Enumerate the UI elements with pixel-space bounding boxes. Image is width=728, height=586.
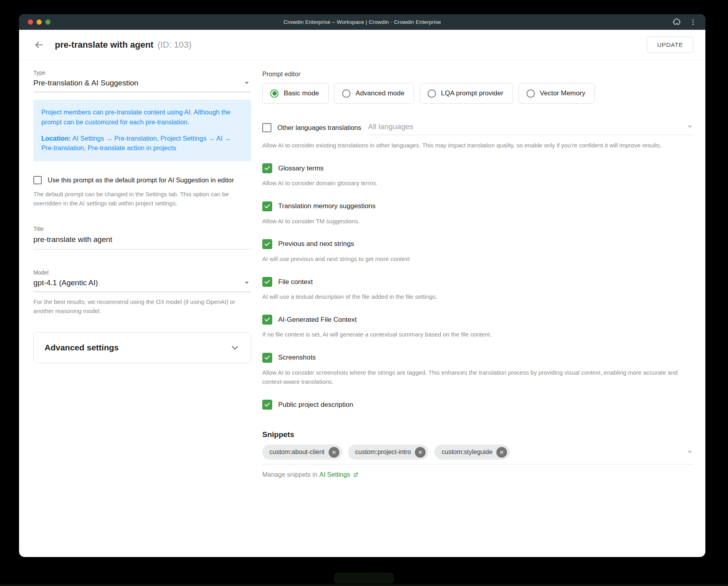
model-field-label: Model bbox=[33, 269, 251, 276]
checkbox-label: Previous and next strings bbox=[278, 240, 354, 248]
snippet-chip-label: custom:project-intro bbox=[355, 449, 411, 456]
checkbox-label: Translation memory suggestions bbox=[278, 202, 376, 210]
advanced-settings-label: Advanced settings bbox=[45, 343, 119, 352]
page-header: pre-translate with agent (ID: 103) UPDAT… bbox=[19, 30, 705, 60]
all-languages-select[interactable]: All languages bbox=[368, 122, 693, 135]
kebab-menu-icon[interactable] bbox=[689, 18, 697, 27]
checkbox-label: Public project description bbox=[278, 401, 353, 409]
checkbox-checked-icon[interactable] bbox=[262, 277, 272, 287]
option-ai-generated-file-context: AI-Generated File Context If no file con… bbox=[262, 315, 693, 339]
default-prompt-checkbox-label: Use this prompt as the default prompt fo… bbox=[48, 176, 234, 184]
maximize-window-button[interactable] bbox=[45, 19, 50, 25]
chevron-down-icon bbox=[245, 282, 249, 284]
type-select[interactable]: Pre-translation & AI Suggestion bbox=[33, 76, 251, 92]
mode-label: Advanced mode bbox=[356, 89, 405, 97]
update-button[interactable]: UPDATE bbox=[647, 37, 693, 53]
option-help-text: Allow AI to consider TM suggestions. bbox=[262, 217, 693, 226]
checkbox-row[interactable]: Translation memory suggestions bbox=[262, 201, 693, 211]
other-languages-checkbox-row[interactable]: Other languages translations bbox=[262, 123, 361, 135]
chevron-down-icon bbox=[245, 82, 249, 84]
option-screenshots: Screenshots Allow AI to consider screens… bbox=[262, 353, 693, 387]
checkbox-checked-icon[interactable] bbox=[262, 163, 272, 173]
type-select-value: Pre-translation & AI Suggestion bbox=[33, 79, 138, 87]
other-languages-label: Other languages translations bbox=[277, 124, 361, 132]
info-location-label: Location: bbox=[41, 135, 71, 142]
radio-unselected-icon bbox=[428, 89, 436, 98]
external-link-icon[interactable] bbox=[352, 472, 359, 478]
browser-window: Crowdin Enterprise – Workspace | Crowdin… bbox=[19, 14, 705, 557]
snippet-chips: custom:about-client custom:project-intro… bbox=[262, 445, 510, 460]
checkbox-checked-icon[interactable] bbox=[262, 239, 272, 249]
snippet-chip-label: custom:about-client bbox=[269, 449, 325, 456]
dock-hint bbox=[334, 572, 394, 584]
radio-selected-icon bbox=[270, 89, 279, 98]
title-field-label: Title bbox=[33, 226, 251, 232]
checkbox-row[interactable]: AI-Generated File Context bbox=[262, 315, 693, 325]
chevron-down-icon bbox=[688, 126, 692, 128]
back-arrow-button[interactable] bbox=[33, 39, 45, 50]
checkbox-label: Glossary terms bbox=[278, 164, 323, 172]
chevron-down-icon bbox=[230, 342, 240, 353]
checkbox-checked-icon[interactable] bbox=[262, 201, 272, 211]
title-input[interactable]: pre-translate with agent bbox=[33, 233, 251, 249]
snippet-chip: custom:about-client bbox=[262, 445, 342, 460]
type-field-label: Type bbox=[33, 70, 251, 76]
default-prompt-help-text: The default prompt can be changed in the… bbox=[33, 190, 251, 208]
checkbox-row[interactable]: File context bbox=[262, 277, 693, 287]
mode-advanced[interactable]: Advanced mode bbox=[334, 83, 414, 104]
snippets-select[interactable]: custom:about-client custom:project-intro… bbox=[262, 445, 693, 464]
prompt-editor-label: Prompt editor bbox=[262, 71, 693, 78]
radio-unselected-icon bbox=[342, 89, 350, 98]
model-select[interactable]: gpt-4.1 (Agentic AI) bbox=[33, 276, 251, 292]
all-languages-placeholder: All languages bbox=[368, 122, 413, 131]
chevron-down-icon bbox=[688, 451, 692, 453]
info-box-paragraph: Project members can pre-translate conten… bbox=[41, 107, 242, 127]
checkbox-row[interactable]: Screenshots bbox=[262, 353, 693, 363]
snippet-chip-label: custom:styleguide bbox=[441, 449, 492, 456]
mode-vector-memory[interactable]: Vector Memory bbox=[519, 83, 595, 104]
model-select-value: gpt-4.1 (Agentic AI) bbox=[33, 278, 98, 287]
checkbox-unchecked-icon[interactable] bbox=[33, 176, 42, 184]
close-window-button[interactable] bbox=[28, 19, 33, 25]
page-title: pre-translate with agent bbox=[55, 40, 153, 50]
remove-chip-icon[interactable] bbox=[329, 447, 339, 458]
checkbox-checked-icon[interactable] bbox=[262, 315, 272, 325]
checkbox-label: File context bbox=[278, 278, 313, 286]
option-previous-next-strings: Previous and next strings AI will use pr… bbox=[262, 239, 693, 263]
advanced-settings-toggle[interactable]: Advanced settings bbox=[33, 332, 251, 363]
traffic-lights bbox=[28, 19, 50, 25]
option-help-text: AI will use a textual description of the… bbox=[262, 292, 693, 301]
default-prompt-checkbox-row[interactable]: Use this prompt as the default prompt fo… bbox=[33, 176, 251, 184]
model-help-text: For the best results, we recommend using… bbox=[33, 297, 251, 316]
prompt-editor-mode-group: Basic mode Advanced mode LQA prompt prov… bbox=[262, 83, 693, 104]
option-public-project-description: Public project description bbox=[262, 400, 693, 410]
option-help-text: If no file context is set, AI will gener… bbox=[262, 330, 693, 339]
mode-lqa-prompt-provider[interactable]: LQA prompt provider bbox=[420, 83, 513, 104]
option-help-text: Allow AI to consider screenshots where t… bbox=[262, 368, 693, 387]
mode-basic[interactable]: Basic mode bbox=[262, 83, 329, 104]
page-id-badge: (ID: 103) bbox=[157, 40, 192, 50]
checkbox-checked-icon[interactable] bbox=[262, 353, 272, 363]
window-title: Crowdin Enterprise – Workspace | Crowdin… bbox=[19, 19, 705, 25]
snippets-heading: Snippets bbox=[262, 430, 693, 439]
info-box-location: Location: AI Settings → Pre-translation,… bbox=[41, 133, 242, 153]
mode-label: Basic mode bbox=[284, 89, 319, 97]
checkbox-row[interactable]: Public project description bbox=[262, 400, 693, 410]
checkbox-row[interactable]: Previous and next strings bbox=[262, 239, 693, 249]
checkbox-unchecked-icon[interactable] bbox=[262, 123, 271, 132]
settings-right-column: Prompt editor Basic mode Advanced mode L… bbox=[262, 70, 693, 478]
option-help-text: Allow AI to consider domain glossary ter… bbox=[262, 178, 693, 188]
manage-snippets-text: Manage snippets in bbox=[262, 471, 318, 478]
info-box: Project members can pre-translate conten… bbox=[33, 100, 251, 161]
ai-settings-link[interactable]: AI Settings bbox=[319, 471, 350, 478]
option-translation-memory-suggestions: Translation memory suggestions Allow AI … bbox=[262, 201, 693, 226]
checkbox-label: AI-Generated File Context bbox=[278, 316, 356, 324]
remove-chip-icon[interactable] bbox=[415, 447, 426, 458]
checkbox-checked-icon[interactable] bbox=[262, 400, 272, 410]
checkbox-row[interactable]: Glossary terms bbox=[262, 163, 693, 173]
extensions-puzzle-icon[interactable] bbox=[672, 18, 681, 27]
remove-chip-icon[interactable] bbox=[496, 447, 507, 458]
mode-label: LQA prompt provider bbox=[441, 89, 503, 97]
minimize-window-button[interactable] bbox=[37, 19, 42, 25]
option-file-context: File context AI will use a textual descr… bbox=[262, 277, 693, 301]
